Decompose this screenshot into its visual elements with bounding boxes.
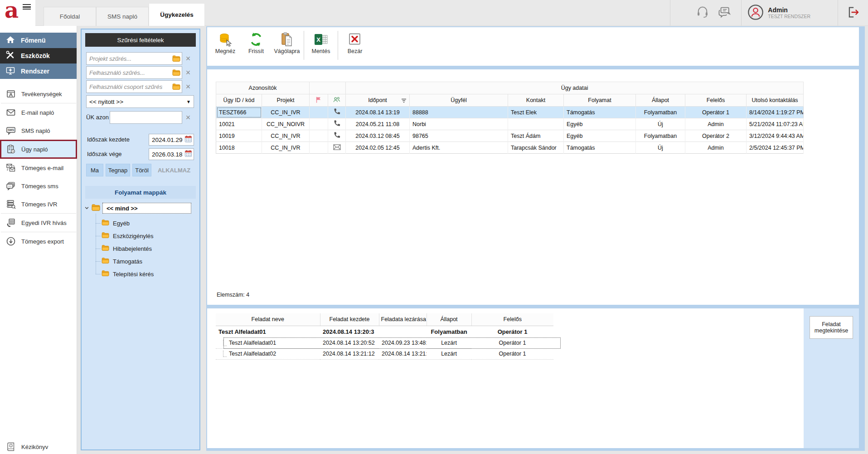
tab-ugykezeles[interactable]: Ügykezelés [149,3,205,26]
case-row[interactable]: 10019 CC_IN_IVR 2024.03.12 08:45 98765 T… [216,130,804,142]
date-shortcut-buttons: Ma Tegnap Töröl ALKALMAZ [86,164,194,176]
uk-azon-input[interactable] [110,111,182,124]
item-count-label: Elemszám: 4 [217,292,249,298]
col-contact-type[interactable] [328,94,346,107]
sidebar-item-tevekenysegek[interactable]: Tevékenységek [0,85,77,103]
tab-fooldal[interactable]: Főoldal [44,7,96,26]
clear-uk-azon-icon[interactable]: × [182,111,194,124]
cases-group-header-row: Azonosítók Ügy adatai [216,82,804,94]
clear-date-button[interactable]: Töröl [132,164,151,176]
col-kontakt[interactable]: Kontakt [508,94,564,107]
close-button[interactable]: Bezár [339,30,370,63]
hamburger-menu-icon[interactable] [23,4,31,10]
col-projekt[interactable]: Projekt [262,94,310,107]
col-allapot[interactable]: Állapot [427,313,471,326]
filter-panel: Szűrési feltételek × × × << nyitott >> ▼… [81,29,200,450]
tools-icon [5,50,15,62]
task-row[interactable]: Teszt Alfeladat01 2024.08.14 13:20:3 Fol… [216,326,553,337]
sidebar-item-sms-naplo[interactable]: SMS SMS napló [0,122,77,140]
chevron-expanded-icon[interactable] [84,204,89,212]
tab-sms-naplo[interactable]: SMS napló [96,7,149,26]
sidebar-item-email-naplo[interactable]: E-mail napló [0,103,77,122]
folder-item-egyeb[interactable]: Egyéb [102,218,130,229]
divider [838,0,838,26]
single-ivr-call-icon [6,218,16,228]
folder-icon [102,232,109,239]
calendar-icon[interactable] [184,135,192,144]
col-felelos[interactable]: Felelős [685,94,747,107]
col-allapot[interactable]: Állapot [636,94,685,107]
refresh-button[interactable]: Frissít [241,30,272,63]
col-folyamat[interactable]: Folyamat [564,94,636,107]
col-ugyfel[interactable]: Ügyfél [410,94,508,107]
cases-section: Azonosítók Ügy adatai Ügy ID / kód Proje… [207,69,859,305]
user-avatar[interactable] [747,4,764,23]
phone-icon [333,108,340,115]
sidebar-item-ugy-naplo[interactable]: Ügy napló [0,140,77,159]
clear-group-filter-icon[interactable]: × [182,80,194,93]
period-start-field[interactable]: 2024.01.29 [149,134,194,146]
calendar-icon[interactable] [184,150,192,159]
sidebar-section-eszkozok[interactable]: Eszközök [0,48,77,63]
sidebar-item-tomeges-email[interactable]: Tömeges e-mail [0,159,77,177]
chat-icon[interactable] [718,5,731,21]
sidebar-item-egyedi-ivr-hivas[interactable]: Egyedi IVR hívás [0,214,77,232]
today-button[interactable]: Ma [86,164,103,176]
group-filter-input[interactable] [86,80,182,93]
copy-to-clipboard-button[interactable]: Vágólapra [272,30,302,63]
folder-item-tamogatas[interactable]: Támogatás [102,256,142,267]
filter-panel-title: Szűrési feltételek [85,33,196,47]
cases-table[interactable]: Azonosítók Ügy adatai Ügy ID / kód Proje… [216,82,804,154]
tasks-table[interactable]: Feladat neve Feladat kezdete Feladata le… [216,313,553,360]
yesterday-button[interactable]: Tegnap [106,164,130,176]
folder-item-hibabejelentes[interactable]: Hibabejelentés [102,243,152,254]
period-end-field[interactable]: 2026.03.18 [149,148,194,160]
sidebar-item-tomeges-export[interactable]: Tömeges export [0,232,77,250]
manual-block: Kézikönyv [0,438,77,454]
folder-root-label[interactable]: << mind >> [102,203,191,214]
folder-item-telepitesi-keres[interactable]: Telepítési kérés [102,268,154,279]
sidebar-item-tomeges-sms[interactable]: Tömeges sms [0,177,77,195]
envelope-icon [333,144,341,150]
sidebar-item-tomeges-ivr[interactable]: Tömeges IVR [0,195,77,213]
top-bar: a Főoldal SMS napló Ügykezelés Admin TES… [0,0,868,26]
svg-text:X: X [316,36,320,43]
divider [207,305,859,308]
period-start-row: Időszak kezdete 2024.01.29 [87,134,194,146]
sidebar-section-fomenu[interactable]: Főmenü [0,33,77,48]
activities-icon [6,89,16,99]
apply-button[interactable]: ALKALMAZ [154,164,194,176]
col-feladat-neve[interactable]: Feladat neve [216,313,320,326]
col-ugy-id[interactable]: Ügy ID / kód [216,94,262,107]
case-row[interactable]: 10021 CC_IN_NOIVR 2024.05.21 11:08 Norbi… [216,118,804,130]
user-filter-row: × [86,66,194,79]
folder-tree-root-row[interactable]: << mind >> [84,203,191,214]
col-idopont[interactable]: Időpont [346,94,410,107]
app-logo[interactable]: a [0,0,35,26]
filter-funnel-icon[interactable] [401,98,407,105]
user-filter-input[interactable] [86,66,182,79]
sidebar-item-kezikonyv[interactable]: Kézikönyv [0,438,77,454]
folder-item-eszkozigenyles[interactable]: Eszközigénylés [102,230,154,241]
task-row[interactable]: Teszt Alalfeladat02 2024.08.14 13:21:12 … [216,348,553,359]
task-row[interactable]: Teszt Alalfeladat01 2024.08.14 13:20:52 … [216,337,553,348]
view-button[interactable]: Megnéz [210,30,241,63]
clear-user-filter-icon[interactable]: × [182,66,194,79]
view-task-button[interactable]: Feladat megtekintése [810,316,853,339]
case-row[interactable]: TESZT666 CC_IN_IVR 2024.08.14 13:19 8888… [216,107,804,118]
case-row[interactable]: 10018 CC_IN_IVR 2024.02.05 12:45 Adertis… [216,142,804,154]
col-feladata-lezarasa[interactable]: Feladata lezárása [379,313,427,326]
col-feladat-kezdete[interactable]: Feladat kezdete [320,313,379,326]
col-utolso-kontaktalas[interactable]: Utolsó kontaktálás [747,94,804,107]
project-filter-input[interactable] [86,52,182,65]
clear-project-filter-icon[interactable]: × [182,52,194,65]
sidebar-section-rendszer[interactable]: Rendszer [0,63,77,79]
save-button[interactable]: X Mentés [305,30,336,63]
status-dropdown[interactable]: << nyitott >> ▼ [86,95,194,108]
export-download-icon [6,236,16,246]
col-flag[interactable] [310,94,328,107]
headset-icon[interactable] [696,5,709,21]
tree-connector [96,214,96,274]
col-felelos[interactable]: Felelős [471,313,553,326]
logout-icon[interactable] [846,5,860,21]
